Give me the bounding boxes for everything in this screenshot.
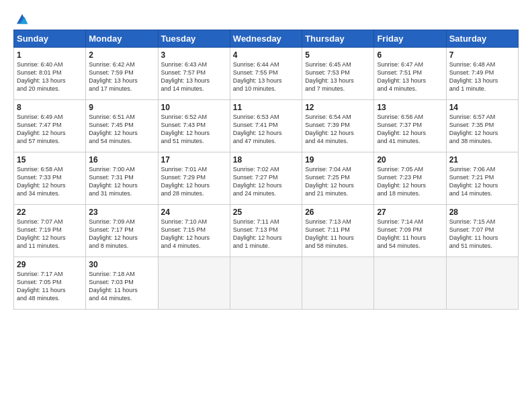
- day-number: 10: [161, 103, 227, 112]
- day-number: 20: [377, 155, 443, 165]
- calendar-day: 8Sunrise: 6:49 AM Sunset: 7:47 PM Daylig…: [14, 100, 86, 152]
- day-info: Sunrise: 6:58 AM Sunset: 7:33 PM Dayligh…: [17, 165, 83, 198]
- day-info: Sunrise: 7:13 AM Sunset: 7:11 PM Dayligh…: [305, 218, 371, 250]
- day-number: 3: [161, 50, 227, 60]
- day-number: 11: [233, 103, 299, 112]
- day-info: Sunrise: 6:47 AM Sunset: 7:51 PM Dayligh…: [377, 60, 443, 93]
- header: [13, 12, 519, 24]
- day-info: Sunrise: 7:04 AM Sunset: 7:25 PM Dayligh…: [305, 165, 371, 198]
- calendar-day: 9Sunrise: 6:51 AM Sunset: 7:45 PM Daylig…: [86, 100, 158, 152]
- day-number: 4: [233, 50, 299, 60]
- weekday-header-monday: Monday: [86, 30, 158, 48]
- day-number: 18: [233, 155, 299, 165]
- day-number: 15: [17, 155, 83, 165]
- calendar-day: 12Sunrise: 6:54 AM Sunset: 7:39 PM Dayli…: [302, 100, 374, 152]
- day-info: Sunrise: 7:02 AM Sunset: 7:27 PM Dayligh…: [233, 165, 299, 198]
- calendar-day: 3Sunrise: 6:43 AM Sunset: 7:57 PM Daylig…: [158, 48, 230, 100]
- calendar-week-2: 8Sunrise: 6:49 AM Sunset: 7:47 PM Daylig…: [14, 100, 519, 152]
- day-number: 5: [305, 50, 371, 60]
- day-number: 8: [17, 103, 83, 112]
- day-number: 23: [89, 208, 154, 217]
- calendar-day: [230, 257, 302, 310]
- calendar-day: 21Sunrise: 7:06 AM Sunset: 7:21 PM Dayli…: [446, 152, 518, 205]
- day-info: Sunrise: 7:07 AM Sunset: 7:19 PM Dayligh…: [17, 218, 83, 250]
- calendar-day: 26Sunrise: 7:13 AM Sunset: 7:11 PM Dayli…: [302, 205, 374, 257]
- day-info: Sunrise: 7:18 AM Sunset: 7:03 PM Dayligh…: [89, 270, 154, 303]
- day-number: 16: [89, 155, 154, 165]
- day-info: Sunrise: 6:49 AM Sunset: 7:47 PM Dayligh…: [17, 113, 83, 146]
- calendar-week-4: 22Sunrise: 7:07 AM Sunset: 7:19 PM Dayli…: [14, 205, 519, 257]
- calendar-day: 25Sunrise: 7:11 AM Sunset: 7:13 PM Dayli…: [230, 205, 302, 257]
- day-info: Sunrise: 6:54 AM Sunset: 7:39 PM Dayligh…: [305, 113, 371, 146]
- day-number: 25: [233, 208, 299, 217]
- calendar-day: [446, 257, 518, 310]
- calendar-week-3: 15Sunrise: 6:58 AM Sunset: 7:33 PM Dayli…: [14, 152, 519, 205]
- calendar-day: 7Sunrise: 6:48 AM Sunset: 7:49 PM Daylig…: [446, 48, 518, 100]
- day-number: 17: [161, 155, 227, 165]
- calendar-day: 1Sunrise: 6:40 AM Sunset: 8:01 PM Daylig…: [14, 48, 86, 100]
- calendar: SundayMondayTuesdayWednesdayThursdayFrid…: [13, 30, 519, 310]
- calendar-day: 6Sunrise: 6:47 AM Sunset: 7:51 PM Daylig…: [374, 48, 446, 100]
- calendar-day: 18Sunrise: 7:02 AM Sunset: 7:27 PM Dayli…: [230, 152, 302, 205]
- day-number: 7: [449, 50, 515, 60]
- day-info: Sunrise: 7:15 AM Sunset: 7:07 PM Dayligh…: [449, 218, 515, 250]
- day-info: Sunrise: 7:11 AM Sunset: 7:13 PM Dayligh…: [233, 218, 299, 250]
- calendar-day: 30Sunrise: 7:18 AM Sunset: 7:03 PM Dayli…: [86, 257, 158, 310]
- logo-icon: [15, 12, 30, 27]
- calendar-day: 14Sunrise: 6:57 AM Sunset: 7:35 PM Dayli…: [446, 100, 518, 152]
- day-number: 19: [305, 155, 371, 165]
- calendar-day: 19Sunrise: 7:04 AM Sunset: 7:25 PM Dayli…: [302, 152, 374, 205]
- day-info: Sunrise: 6:40 AM Sunset: 8:01 PM Dayligh…: [17, 60, 83, 93]
- calendar-day: 20Sunrise: 7:05 AM Sunset: 7:23 PM Dayli…: [374, 152, 446, 205]
- day-info: Sunrise: 6:56 AM Sunset: 7:37 PM Dayligh…: [377, 113, 443, 146]
- day-info: Sunrise: 7:05 AM Sunset: 7:23 PM Dayligh…: [377, 165, 443, 198]
- calendar-day: 28Sunrise: 7:15 AM Sunset: 7:07 PM Dayli…: [446, 205, 518, 257]
- day-info: Sunrise: 6:48 AM Sunset: 7:49 PM Dayligh…: [449, 60, 515, 93]
- weekday-header-friday: Friday: [374, 30, 446, 48]
- day-number: 12: [305, 103, 371, 112]
- weekday-header-sunday: Sunday: [14, 30, 86, 48]
- weekday-header-saturday: Saturday: [446, 30, 518, 48]
- day-info: Sunrise: 7:00 AM Sunset: 7:31 PM Dayligh…: [89, 165, 154, 198]
- day-info: Sunrise: 6:45 AM Sunset: 7:53 PM Dayligh…: [305, 60, 371, 93]
- day-info: Sunrise: 6:53 AM Sunset: 7:41 PM Dayligh…: [233, 113, 299, 146]
- day-number: 24: [161, 208, 227, 217]
- day-info: Sunrise: 7:14 AM Sunset: 7:09 PM Dayligh…: [377, 218, 443, 250]
- day-info: Sunrise: 6:43 AM Sunset: 7:57 PM Dayligh…: [161, 60, 227, 93]
- day-number: 9: [89, 103, 154, 112]
- day-number: 22: [17, 208, 83, 217]
- day-number: 29: [17, 260, 83, 269]
- logo: [13, 12, 30, 24]
- calendar-day: 17Sunrise: 7:01 AM Sunset: 7:29 PM Dayli…: [158, 152, 230, 205]
- calendar-day: 16Sunrise: 7:00 AM Sunset: 7:31 PM Dayli…: [86, 152, 158, 205]
- calendar-day: 23Sunrise: 7:09 AM Sunset: 7:17 PM Dayli…: [86, 205, 158, 257]
- day-info: Sunrise: 6:57 AM Sunset: 7:35 PM Dayligh…: [449, 113, 515, 146]
- day-info: Sunrise: 7:09 AM Sunset: 7:17 PM Dayligh…: [89, 218, 154, 250]
- calendar-body: 1Sunrise: 6:40 AM Sunset: 8:01 PM Daylig…: [14, 48, 519, 310]
- calendar-day: 15Sunrise: 6:58 AM Sunset: 7:33 PM Dayli…: [14, 152, 86, 205]
- calendar-day: 13Sunrise: 6:56 AM Sunset: 7:37 PM Dayli…: [374, 100, 446, 152]
- weekday-header-row: SundayMondayTuesdayWednesdayThursdayFrid…: [14, 30, 519, 48]
- calendar-day: 4Sunrise: 6:44 AM Sunset: 7:55 PM Daylig…: [230, 48, 302, 100]
- day-info: Sunrise: 7:01 AM Sunset: 7:29 PM Dayligh…: [161, 165, 227, 198]
- day-number: 1: [17, 50, 83, 60]
- calendar-day: 10Sunrise: 6:52 AM Sunset: 7:43 PM Dayli…: [158, 100, 230, 152]
- day-info: Sunrise: 6:51 AM Sunset: 7:45 PM Dayligh…: [89, 113, 154, 146]
- calendar-day: 27Sunrise: 7:14 AM Sunset: 7:09 PM Dayli…: [374, 205, 446, 257]
- day-number: 28: [449, 208, 515, 217]
- day-info: Sunrise: 7:17 AM Sunset: 7:05 PM Dayligh…: [17, 270, 83, 303]
- day-number: 6: [377, 50, 443, 60]
- calendar-day: 5Sunrise: 6:45 AM Sunset: 7:53 PM Daylig…: [302, 48, 374, 100]
- day-number: 30: [89, 260, 154, 269]
- day-number: 21: [449, 155, 515, 165]
- calendar-day: 29Sunrise: 7:17 AM Sunset: 7:05 PM Dayli…: [14, 257, 86, 310]
- day-number: 14: [449, 103, 515, 112]
- day-info: Sunrise: 7:10 AM Sunset: 7:15 PM Dayligh…: [161, 218, 227, 250]
- day-number: 27: [377, 208, 443, 217]
- weekday-header-tuesday: Tuesday: [158, 30, 230, 48]
- calendar-day: 11Sunrise: 6:53 AM Sunset: 7:41 PM Dayli…: [230, 100, 302, 152]
- day-number: 26: [305, 208, 371, 217]
- calendar-day: 24Sunrise: 7:10 AM Sunset: 7:15 PM Dayli…: [158, 205, 230, 257]
- day-info: Sunrise: 6:44 AM Sunset: 7:55 PM Dayligh…: [233, 60, 299, 93]
- weekday-header-wednesday: Wednesday: [230, 30, 302, 48]
